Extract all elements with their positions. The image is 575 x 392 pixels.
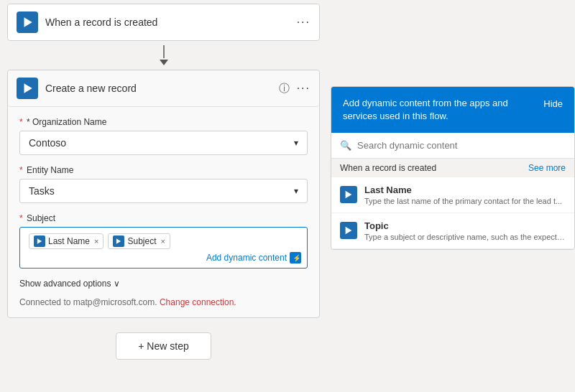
dynamic-item-topic[interactable]: Topic Type a subject or descriptive name… xyxy=(331,213,574,249)
connection-info: Connected to matp@microsoft.com. Change … xyxy=(19,297,308,307)
svg-marker-5 xyxy=(116,238,121,244)
svg-marker-4 xyxy=(37,238,42,244)
dynamic-section-header: When a record is created See more xyxy=(331,159,574,177)
new-step-button[interactable]: + New step xyxy=(116,332,211,360)
section-label: When a record is created xyxy=(340,163,436,173)
dynamic-item-last-name[interactable]: Last Name Type the last name of the prim… xyxy=(331,177,574,213)
add-dynamic-label: Add dynamic content xyxy=(206,253,287,263)
search-icon: 🔍 xyxy=(340,140,351,151)
subject-input[interactable]: Last Name × Subject × xyxy=(19,227,308,269)
show-advanced-button[interactable]: Show advanced options ∨ xyxy=(19,279,308,289)
subject-label: * Subject xyxy=(19,213,308,223)
show-advanced-chevron: ∨ xyxy=(114,279,120,289)
connection-text: Connected to matp@microsoft.com. xyxy=(19,297,157,307)
subject-field-group: * Subject Last Name × xyxy=(19,213,308,269)
action-title: Create a new record xyxy=(45,83,279,94)
see-more-button[interactable]: See more xyxy=(528,163,566,173)
action-more-button[interactable]: ··· xyxy=(297,82,310,95)
trigger-card: When a record is created ··· xyxy=(7,4,320,41)
dynamic-item-name-last-name: Last Name xyxy=(364,185,566,195)
dynamic-item-content-last-name: Last Name Type the last name of the prim… xyxy=(364,185,566,205)
subject-token[interactable]: Subject × xyxy=(108,233,170,249)
new-step-section: + New step xyxy=(7,332,320,360)
entity-required-marker: * xyxy=(19,165,23,175)
entity-dropdown-arrow: ▾ xyxy=(294,186,298,196)
org-field-group: * * Organization Name Contoso ▾ xyxy=(19,117,308,155)
add-dynamic-button[interactable]: Add dynamic content ⚡ xyxy=(206,252,301,263)
dynamic-items-list: Last Name Type the last name of the prim… xyxy=(331,177,574,249)
dynamic-item-desc-last-name: Type the last name of the primary contac… xyxy=(364,197,566,205)
org-value: Contoso xyxy=(29,137,66,149)
arrow-connector xyxy=(7,41,320,70)
svg-marker-0 xyxy=(24,17,32,27)
action-card: Create a new record ⓘ ··· * * Organizati… xyxy=(7,70,320,318)
svg-marker-7 xyxy=(346,191,352,199)
search-input[interactable] xyxy=(357,140,566,151)
dynamic-panel-title: Add dynamic content from the apps and se… xyxy=(343,97,536,123)
action-icon xyxy=(17,78,38,99)
search-bar: 🔍 xyxy=(331,133,574,159)
token-icon-subject xyxy=(113,235,124,247)
last-name-token[interactable]: Last Name × xyxy=(29,233,104,249)
svg-marker-8 xyxy=(346,227,352,235)
dynamic-item-icon-topic xyxy=(340,222,357,239)
org-dropdown-arrow: ▾ xyxy=(294,138,298,148)
add-dynamic-icon: ⚡ xyxy=(290,252,301,263)
dynamic-content-panel: Add dynamic content from the apps and se… xyxy=(331,86,575,250)
token-label-last-name: Last Name xyxy=(48,236,90,246)
entity-label: * Entity Name xyxy=(19,165,308,175)
hide-button[interactable]: Hide xyxy=(543,98,563,109)
subject-required-marker: * xyxy=(19,213,23,223)
token-close-subject[interactable]: × xyxy=(161,237,165,246)
token-icon-last-name xyxy=(34,235,45,247)
trigger-more-button[interactable]: ··· xyxy=(297,16,310,29)
token-label-subject: Subject xyxy=(127,236,156,246)
change-connection-link[interactable]: Change connection. xyxy=(160,297,236,307)
org-label: * * Organization Name xyxy=(19,117,308,127)
entity-field-group: * Entity Name Tasks ▾ xyxy=(19,165,308,203)
trigger-icon xyxy=(17,11,38,33)
connector-line xyxy=(163,45,165,60)
svg-marker-3 xyxy=(24,83,32,93)
trigger-title: When a record is created xyxy=(45,17,297,28)
action-info-button[interactable]: ⓘ xyxy=(279,82,290,95)
entity-dropdown[interactable]: Tasks ▾ xyxy=(19,179,308,203)
arrow-head xyxy=(160,60,168,65)
dynamic-item-name-topic: Topic xyxy=(364,220,566,231)
org-required-marker: * xyxy=(19,117,23,127)
dynamic-item-desc-topic: Type a subject or descriptive name, such… xyxy=(364,233,566,241)
entity-value: Tasks xyxy=(29,185,55,197)
svg-marker-2 xyxy=(160,60,168,65)
dynamic-panel-header: Add dynamic content from the apps and se… xyxy=(331,87,574,133)
svg-text:⚡: ⚡ xyxy=(293,254,299,261)
dynamic-item-icon-last-name xyxy=(340,186,357,203)
show-advanced-label: Show advanced options xyxy=(19,279,111,289)
dynamic-item-content-topic: Topic Type a subject or descriptive name… xyxy=(364,220,566,241)
token-close-last-name[interactable]: × xyxy=(94,237,98,246)
org-dropdown[interactable]: Contoso ▾ xyxy=(19,131,308,155)
